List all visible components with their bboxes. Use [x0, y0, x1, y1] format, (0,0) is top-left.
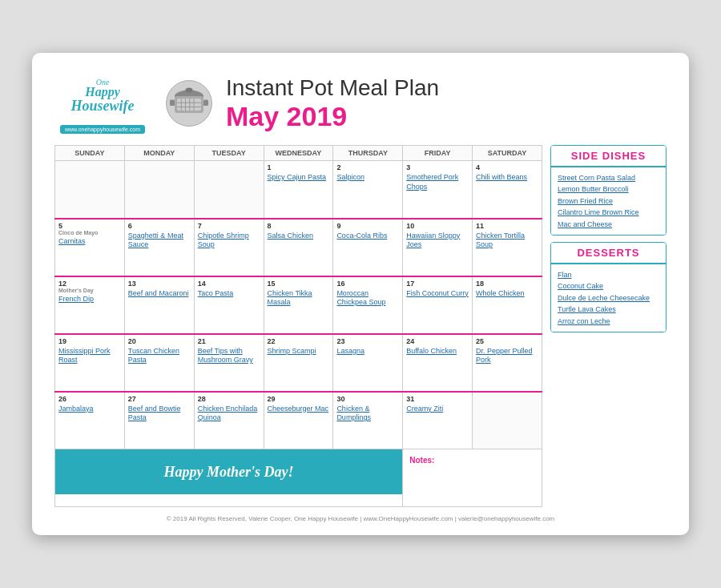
- svg-rect-13: [170, 99, 175, 106]
- dessert-item[interactable]: Dulce de Leche Cheesecake: [558, 292, 659, 304]
- cell-date: 9: [336, 222, 399, 230]
- cell-date: 1: [268, 163, 330, 171]
- side-dishes-title: SIDE DISHES: [551, 146, 666, 166]
- cell-date: 8: [268, 222, 330, 230]
- cell-meal-link[interactable]: Smothered Pork Chops: [406, 173, 469, 191]
- cell-meal-link[interactable]: Shrimp Scampi: [268, 347, 330, 356]
- calendar-cell: 17Fish Coconut Curry: [403, 276, 473, 334]
- calendar-cell: 26Jambalaya: [55, 392, 125, 449]
- cell-date: 29: [268, 395, 330, 403]
- calendar-cell: 18Whole Chicken: [473, 276, 542, 334]
- calendar-week-row: 1Spicy Cajun Pasta2Salpicon3Smothered Po…: [55, 161, 542, 219]
- notes-cell: Notes:: [403, 449, 542, 507]
- desserts-section: DESSERTS FlanCoconut CakeDulce de Leche …: [550, 242, 667, 332]
- cell-meal-link[interactable]: Whole Chicken: [476, 289, 538, 299]
- side-dishes-section: SIDE DISHES Street Corn Pasta SaladLemon…: [550, 145, 667, 236]
- side-dish-item[interactable]: Cilantro Lime Brown Rice: [558, 207, 659, 218]
- cell-meal-link[interactable]: Moroccan Chickpea Soup: [336, 289, 399, 308]
- dessert-item[interactable]: Arroz con Leche: [558, 316, 659, 327]
- col-saturday: SATURDAY: [473, 146, 542, 161]
- calendar-cell: 15Chicken Tikka Masala: [264, 276, 333, 334]
- title-area: Instant Pot Meal Plan May 2019: [226, 75, 439, 131]
- cell-meal-link[interactable]: Chicken Tikka Masala: [268, 289, 330, 308]
- calendar-cell: [124, 161, 194, 219]
- desserts-list: FlanCoconut CakeDulce de Leche Cheesecak…: [551, 264, 666, 332]
- cell-meal-link[interactable]: Dr. Pepper Pulled Pork: [476, 347, 538, 365]
- cell-date: 24: [406, 337, 469, 345]
- side-dish-item[interactable]: Street Corn Pasta Salad: [558, 172, 659, 183]
- cell-meal-link[interactable]: Chicken Enchilada Quinoa: [198, 405, 260, 423]
- calendar-cell: [55, 161, 125, 219]
- banner-text: Happy Mother's Day!: [55, 449, 402, 494]
- calendar-cell: 7Chipotle Shrimp Soup: [194, 219, 264, 276]
- cell-meal-link[interactable]: Buffalo Chicken: [406, 347, 469, 356]
- calendar: SUNDAY MONDAY TUESDAY WEDNESDAY THURSDAY…: [54, 145, 542, 507]
- dessert-item[interactable]: Coconut Cake: [558, 280, 659, 292]
- calendar-cell: 19Mississippi Pork Roast: [55, 334, 125, 392]
- cell-meal-link[interactable]: Beef and Bowtie Pasta: [128, 405, 191, 423]
- cell-meal-link[interactable]: Carnitas: [58, 237, 121, 247]
- col-friday: FRIDAY: [403, 146, 473, 161]
- cell-meal-link[interactable]: Taco Pasta: [198, 289, 260, 299]
- cell-meal-link[interactable]: Chili with Beans: [476, 173, 538, 183]
- calendar-cell: 23Lasagna: [333, 334, 403, 392]
- cell-meal-link[interactable]: Chicken Tortilla Soup: [476, 232, 538, 250]
- calendar-week-row: 5Cinco de MayoCarnitas6Spaghetti & Meat …: [55, 219, 542, 276]
- sidebar: SIDE DISHES Street Corn Pasta SaladLemon…: [550, 145, 667, 507]
- col-monday: MONDAY: [124, 146, 194, 161]
- dessert-item[interactable]: Flan: [558, 269, 659, 280]
- cell-meal-link[interactable]: Hawaiian Sloppy Joes: [406, 232, 469, 250]
- cell-meal-link[interactable]: Coca-Cola Ribs: [336, 232, 399, 241]
- side-dish-item[interactable]: Lemon Butter Broccoli: [558, 183, 659, 195]
- cell-meal-link[interactable]: Cheeseburger Mac: [268, 405, 330, 414]
- col-sunday: SUNDAY: [55, 146, 125, 161]
- cell-date: 21: [198, 337, 260, 345]
- cell-meal-link[interactable]: Chipotle Shrimp Soup: [198, 232, 260, 250]
- cell-date: 30: [336, 395, 399, 403]
- cell-meal-link[interactable]: Tuscan Chicken Pasta: [128, 347, 191, 365]
- pot-icon: [165, 79, 213, 127]
- cell-date: 13: [128, 280, 191, 288]
- cell-meal-link[interactable]: Chicken & Dumplings: [336, 405, 399, 423]
- cell-date: 17: [406, 280, 469, 288]
- cell-date: 27: [128, 395, 191, 403]
- cell-date: 5Cinco de Mayo: [58, 222, 121, 236]
- cell-meal-link[interactable]: Spaghetti & Meat Sauce: [128, 232, 191, 250]
- cell-meal-link[interactable]: Beef and Macaroni: [128, 289, 191, 299]
- cell-meal-link[interactable]: Creamy Ziti: [406, 405, 469, 414]
- calendar-cell: 25Dr. Pepper Pulled Pork: [473, 334, 542, 392]
- cell-meal-link[interactable]: Fish Coconut Curry: [406, 289, 469, 299]
- calendar-cell: 14Taco Pasta: [194, 276, 264, 334]
- side-dish-item[interactable]: Brown Fried Rice: [558, 195, 659, 207]
- cell-date: 23: [336, 337, 399, 345]
- calendar-cell: 6Spaghetti & Meat Sauce: [124, 219, 194, 276]
- dessert-item[interactable]: Turtle Lava Cakes: [558, 304, 659, 315]
- svg-point-15: [186, 87, 193, 92]
- cell-date: 22: [268, 337, 330, 345]
- cell-date: 7: [198, 222, 260, 230]
- calendar-cell: 3Smothered Pork Chops: [403, 161, 473, 219]
- svg-rect-6: [177, 99, 201, 111]
- cell-meal-link[interactable]: Jambalaya: [58, 405, 121, 414]
- banner-row: Happy Mother's Day!Notes:: [55, 449, 542, 507]
- footer-text: © 2019 All Rights Reserved, Valerie Coop…: [167, 515, 555, 522]
- col-tuesday: TUESDAY: [194, 146, 264, 161]
- side-dish-item[interactable]: Mac and Cheese: [558, 219, 659, 230]
- cell-meal-link[interactable]: Mississippi Pork Roast: [58, 347, 121, 365]
- calendar-body: 1Spicy Cajun Pasta2Salpicon3Smothered Po…: [55, 161, 542, 507]
- col-thursday: THURSDAY: [333, 146, 403, 161]
- cell-meal-link[interactable]: Salpicon: [336, 173, 399, 183]
- cell-meal-link[interactable]: Spicy Cajun Pasta: [268, 173, 330, 183]
- cell-meal-link[interactable]: Lasagna: [336, 347, 399, 356]
- calendar-week-row: 26Jambalaya27Beef and Bowtie Pasta28Chic…: [55, 392, 542, 449]
- page-title: Instant Pot Meal Plan: [226, 75, 439, 102]
- cell-meal-link[interactable]: French Dip: [58, 295, 121, 304]
- calendar-cell: 13Beef and Macaroni: [124, 276, 194, 334]
- cell-date: 11: [476, 222, 538, 230]
- cell-date: 19: [58, 337, 121, 345]
- cell-meal-link[interactable]: Salsa Chicken: [268, 232, 330, 241]
- banner-cell: Happy Mother's Day!: [55, 449, 403, 507]
- calendar-cell: 21Beef Tips with Mushroom Gravy: [194, 334, 264, 392]
- cell-meal-link[interactable]: Beef Tips with Mushroom Gravy: [198, 347, 260, 365]
- calendar-cell: 10Hawaiian Sloppy Joes: [403, 219, 473, 276]
